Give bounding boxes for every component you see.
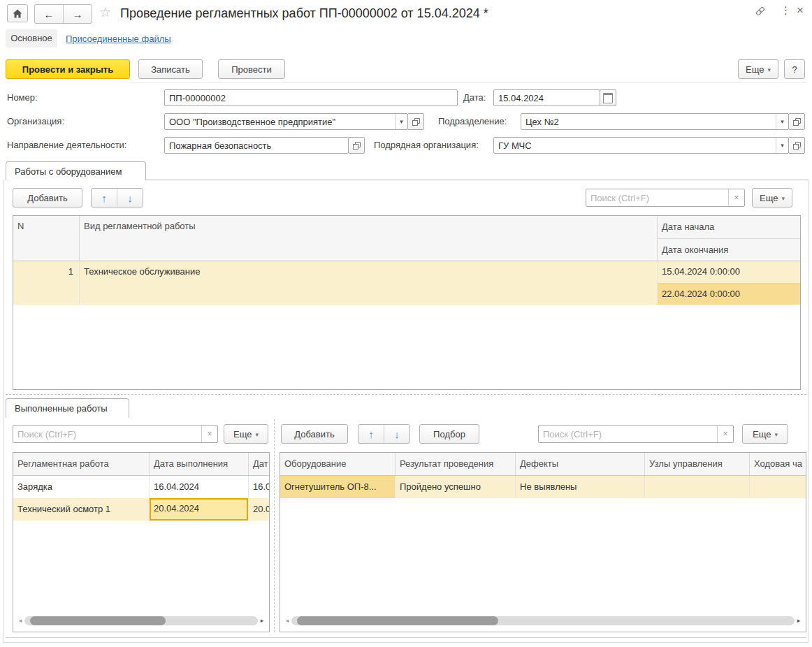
- table-row[interactable]: Технический осмотр 1 20.04.2024 20.0: [13, 498, 269, 521]
- col-defects[interactable]: Дефекты: [516, 453, 645, 475]
- cell-date2[interactable]: 20.0: [249, 498, 269, 521]
- cell-work-type[interactable]: Техническое обслуживание: [80, 261, 658, 305]
- performed-search-input[interactable]: [13, 426, 201, 442]
- col-n[interactable]: N: [13, 216, 80, 261]
- chevron-down-icon: ▾: [781, 195, 785, 202]
- organization-input[interactable]: ▾: [164, 113, 408, 130]
- table-row[interactable]: Зарядка 16.04.2024 16.0: [13, 476, 269, 498]
- cell-date[interactable]: 16.04.2024: [150, 476, 249, 498]
- date-input[interactable]: [493, 89, 600, 106]
- activity-input[interactable]: [164, 137, 349, 154]
- more-button-equipment[interactable]: Еще ▾: [742, 424, 788, 444]
- scrollbar-track[interactable]: [24, 616, 258, 625]
- works-search-input[interactable]: [586, 189, 728, 206]
- cell-work[interactable]: Технический осмотр 1: [13, 498, 150, 521]
- move-down-icon[interactable]: ↓: [117, 189, 143, 207]
- cell-n[interactable]: 1: [13, 261, 80, 305]
- forward-icon[interactable]: →: [63, 5, 92, 23]
- tab-attached-files[interactable]: Присоединенные файлы: [66, 34, 171, 45]
- tab-performed-works[interactable]: Выполненные работы: [6, 398, 129, 418]
- open-organization-button[interactable]: [407, 113, 424, 130]
- scroll-left-icon[interactable]: ◂: [283, 617, 291, 624]
- horizontal-splitter[interactable]: [6, 394, 806, 395]
- clear-search-icon[interactable]: ×: [717, 426, 733, 442]
- table-row[interactable]: 1 Техническое обслуживание 15.04.2024 0:…: [13, 261, 800, 305]
- works-search-field[interactable]: ×: [586, 189, 745, 207]
- open-department-button[interactable]: [788, 113, 805, 130]
- cell-result[interactable]: Пройдено успешно: [396, 476, 516, 498]
- contractor-value[interactable]: [494, 138, 776, 153]
- equipment-search-input[interactable]: [539, 426, 717, 442]
- favorite-star-icon[interactable]: ☆: [99, 4, 111, 20]
- col-equipment[interactable]: Оборудование: [280, 453, 396, 475]
- organization-value[interactable]: [165, 114, 395, 129]
- clear-search-icon[interactable]: ×: [201, 426, 217, 442]
- open-contractor-button[interactable]: [788, 137, 805, 154]
- clear-search-icon[interactable]: ×: [728, 189, 744, 206]
- department-value[interactable]: [521, 114, 776, 129]
- help-button[interactable]: ?: [784, 59, 805, 79]
- horizontal-scrollbar[interactable]: ◂ ▸: [283, 615, 803, 626]
- col-chassis-clipped[interactable]: Ходовая ча: [750, 453, 806, 475]
- col-regulated-work[interactable]: Регламентная работа: [13, 453, 150, 475]
- more-button-works[interactable]: Еще ▾: [752, 188, 792, 208]
- col-result[interactable]: Результат проведения: [396, 453, 516, 475]
- cell-date-end[interactable]: 22.04.2024 0:00:00: [658, 284, 800, 305]
- department-input[interactable]: ▾: [521, 113, 789, 130]
- pick-button[interactable]: Подбор: [419, 424, 479, 444]
- post-and-close-button[interactable]: Провести и закрыть: [6, 59, 130, 79]
- move-down-icon[interactable]: ↓: [384, 425, 409, 443]
- chevron-down-icon[interactable]: ▾: [776, 138, 788, 153]
- close-icon[interactable]: ×: [797, 3, 804, 17]
- col-execution-date[interactable]: Дата выполнения: [150, 453, 249, 475]
- tab-main[interactable]: Основное: [6, 29, 57, 48]
- tab-equipment-works[interactable]: Работы с оборудованием: [6, 161, 146, 180]
- move-up-icon[interactable]: ↑: [358, 425, 384, 443]
- equipment-search-field[interactable]: ×: [538, 425, 734, 443]
- cell-equipment[interactable]: Огнетушитель ОП-8...: [280, 476, 396, 498]
- more-button-top[interactable]: Еще ▾: [738, 59, 778, 79]
- home-button[interactable]: [7, 4, 28, 22]
- scroll-right-icon[interactable]: ▸: [258, 617, 266, 624]
- cell-date-editing[interactable]: 20.04.2024: [150, 498, 249, 521]
- scroll-right-icon[interactable]: ▸: [795, 617, 803, 624]
- scrollbar-thumb[interactable]: [30, 616, 166, 625]
- scroll-left-icon[interactable]: ◂: [16, 617, 24, 624]
- number-input[interactable]: [164, 89, 458, 106]
- save-button[interactable]: Записать: [138, 59, 203, 79]
- chevron-down-icon[interactable]: ▾: [776, 114, 788, 129]
- cell-control-units[interactable]: [645, 476, 750, 498]
- performed-search-field[interactable]: ×: [13, 425, 218, 443]
- cell-date-start[interactable]: 15.04.2024 0:00:00: [658, 261, 800, 284]
- back-icon[interactable]: ←: [35, 5, 63, 23]
- document-window: ← → ☆ Проведение регламентных работ ПП-0…: [0, 0, 812, 647]
- scrollbar-track[interactable]: [291, 616, 795, 625]
- cell-defects[interactable]: Не выявлены: [516, 476, 645, 498]
- cell-chassis[interactable]: [750, 476, 806, 498]
- move-up-icon[interactable]: ↑: [92, 189, 117, 207]
- horizontal-scrollbar[interactable]: ◂ ▸: [16, 615, 266, 626]
- chevron-down-icon[interactable]: ▾: [395, 114, 407, 129]
- activity-value[interactable]: [165, 138, 348, 153]
- col-control-units[interactable]: Узлы управления: [645, 453, 750, 475]
- col-date-start[interactable]: Дата начала: [658, 216, 800, 239]
- number-value[interactable]: [165, 90, 457, 106]
- scrollbar-thumb[interactable]: [297, 616, 498, 625]
- date-value[interactable]: [494, 90, 600, 106]
- post-button[interactable]: Провести: [218, 59, 285, 79]
- col-date-end[interactable]: Дата окончания: [658, 239, 800, 261]
- open-activity-button[interactable]: [348, 137, 365, 154]
- cell-work[interactable]: Зарядка: [13, 476, 150, 498]
- calendar-button[interactable]: [600, 89, 616, 106]
- add-equipment-button[interactable]: Добавить: [281, 424, 348, 444]
- col-work-type[interactable]: Вид регламентной работы: [80, 216, 658, 261]
- more-button-performed[interactable]: Еще ▾: [224, 424, 268, 444]
- menu-dots-icon[interactable]: ⋮: [781, 4, 791, 17]
- add-work-button[interactable]: Добавить: [13, 188, 82, 208]
- get-link-icon[interactable]: [755, 6, 766, 19]
- vertical-splitter[interactable]: [274, 419, 275, 632]
- col-date-clipped[interactable]: Дат: [249, 453, 269, 475]
- contractor-input[interactable]: ▾: [493, 137, 789, 154]
- cell-date2[interactable]: 16.0: [249, 476, 269, 498]
- table-row[interactable]: Огнетушитель ОП-8... Пройдено успешно Не…: [280, 476, 806, 498]
